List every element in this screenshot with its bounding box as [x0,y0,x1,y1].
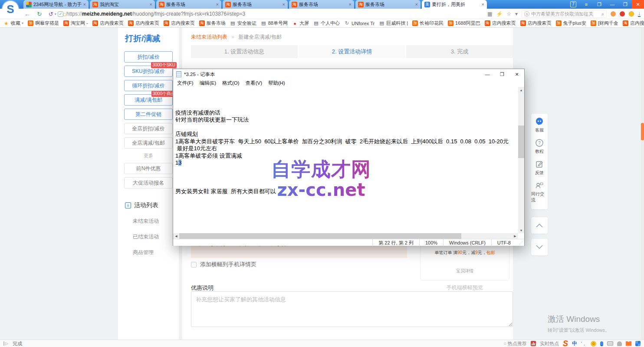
sidebar-button[interactable]: 更多 [124,152,173,159]
tab-close-icon[interactable]: × [83,2,86,7]
notepad-menu-item[interactable]: 文件(F) [174,79,197,87]
notepad-maximize-button[interactable]: ❒ [495,69,509,79]
keyboard-icon[interactable] [607,341,613,346]
notepad-menu-item[interactable]: 帮助(H) [265,79,288,87]
download-icon[interactable]: ↓ [638,11,641,17]
tab-close-icon[interactable]: × [150,2,152,7]
bookmark-item[interactable]: 88单号网 [261,20,288,26]
tutorial-button[interactable]: ? 教程 [531,139,548,155]
panel-icon[interactable]: ❐ [593,0,606,9]
ime-language-toggle[interactable]: 中 [572,340,577,347]
browser-tab[interactable]: 服务市场 × [289,0,354,9]
hot-recommend-link[interactable]: 热点推荐 [503,340,527,347]
sidebar-button[interactable]: 全店折扣/减价 [124,123,173,134]
skin-icon[interactable] [626,341,631,346]
note-textarea[interactable] [191,291,513,327]
bookmark-item[interactable]: 兔子plus安 [556,20,586,26]
bookmark-item[interactable]: 店内搜索页 [128,20,159,26]
sidebar-button[interactable]: 满减/满包邮 3000个商品 [124,94,173,106]
bookmark-item[interactable]: 个人中心 [313,20,340,26]
bookmark-item[interactable]: 服务市场 [199,20,226,26]
scroll-left-arrow-icon[interactable]: ◀ [173,233,179,239]
maximize-button[interactable]: ❒ [619,0,632,9]
feedback-button[interactable]: 反馈 [531,160,548,176]
sogou-ime-icon[interactable]: S [563,339,568,347]
scroll-top-button[interactable] [531,217,548,234]
side-panel-toggle-icon[interactable]: ▷ [3,341,8,346]
peer-chat-button[interactable]: 同行交流 [531,181,548,203]
browser-tab[interactable]: 服务市场 × [355,0,421,9]
notepad-hscrollbar[interactable]: ◀ ▶ [173,233,518,239]
resize-grip-icon[interactable]: ⋰ [516,241,524,245]
browser-tab[interactable]: 我的淘宝 × [90,0,155,9]
page-scrollbar[interactable] [641,28,644,340]
notepad-hscroll-thumb[interactable] [179,233,461,239]
bookmark-item[interactable]: 巨威科技 | [379,20,408,26]
notepad-menu-item[interactable]: 格式(O) [219,79,243,87]
bookmark-item[interactable]: 安全验证 [230,20,256,26]
account-icon[interactable] [611,11,616,17]
scroll-bottom-button[interactable] [531,239,548,255]
sidebar-button[interactable]: 第二件促销 [124,109,173,120]
tab-close-icon[interactable]: × [415,2,418,7]
scroll-down-arrow-icon[interactable]: ▼ [518,227,524,233]
notepad-text-area[interactable]: 疫情没有减缓的话针对当前的现状更新一下玩法店铺规划1高客单大类目破零开车 每天上… [173,87,524,233]
tab-close-icon[interactable]: × [283,2,285,7]
sidebar-list-item[interactable]: 未结束活动 [133,218,179,225]
toolbox-grid-icon[interactable] [635,341,641,346]
notepad-close-button[interactable]: ✕ [509,69,524,79]
notepad-vscroll-thumb[interactable] [518,126,524,158]
flash-icon[interactable]: ⚡ [496,11,503,17]
favorite-star-icon[interactable]: ☆ [506,11,511,17]
notepad-vscrollbar[interactable]: ▲ ▼ [518,87,524,233]
bookmark-item[interactable]: 店内搜索页 [164,20,195,26]
minimize-button[interactable]: — [606,0,619,9]
undo-icon[interactable]: ↺ [49,11,53,17]
emoji-icon[interactable] [629,11,634,17]
page-scrollbar-thumb[interactable] [641,123,644,140]
address-bar[interactable]: ✓ https://meizhe.meideng.net/huodong/fmj… [53,10,478,18]
user-icon[interactable] [617,341,622,346]
tab-close-icon[interactable]: × [482,2,484,7]
sidebar-button[interactable]: 大促活动报名 [124,177,173,188]
apple-icon[interactable] [620,11,625,17]
notepad-minimize-button[interactable]: — [480,69,495,79]
tab-close-icon[interactable]: × [216,2,219,7]
browser-tab[interactable]: 要打折，用美折 × [422,0,487,9]
ime-punctuation-toggle[interactable]: '， [581,340,587,347]
close-button[interactable]: ✕ [632,0,644,9]
bookmark-item[interactable]: 店内搜索页 [92,20,124,26]
scroll-right-arrow-icon[interactable]: ▶ [512,233,518,239]
notepad-menu-item[interactable]: 查看(V) [243,79,265,87]
bookmark-item[interactable]: 1688阿里巴 [448,20,480,26]
sidebar-list-item[interactable]: 商品管理 [133,249,179,256]
bookmark-item[interactable]: 店内搜索页 [485,20,516,26]
checkbox[interactable] [191,262,197,268]
bookmark-item[interactable]: 收藏 ▾ [3,20,23,26]
browser-logo[interactable]: S [2,1,19,17]
sidebar-button[interactable]: 折扣/减价 [124,51,173,63]
hot-chart-icon[interactable] [531,341,536,346]
caret-icon[interactable]: ▾ [22,21,23,25]
browser-tab[interactable]: 服务市场 × [223,0,288,9]
bookmark-item[interactable]: 长袖印花民 [412,20,444,26]
bookmark-item[interactable]: 店内搜索页 [623,20,644,26]
notepad-titlebar[interactable]: *3.25 - 记事本 — ❒ ✕ [173,69,524,79]
realtime-hot-link[interactable]: 实时热点 [540,340,559,347]
scroll-up-arrow-icon[interactable]: ▲ [518,87,524,93]
sidebar-list-item[interactable]: 已结束活动 [133,233,179,241]
customer-service-button[interactable]: 客服 [531,117,548,133]
breadcrumb-link[interactable]: 未结束活动列表 [191,34,227,40]
search-input[interactable]: S 中方希望美方尽快取消加征关 ⌕ [522,10,607,18]
tab-close-icon[interactable]: × [349,2,352,7]
refresh-icon[interactable]: ↻ [37,10,42,17]
notepad-menu-item[interactable]: 编辑(E) [197,79,219,87]
sidebar-button[interactable]: SKU折扣/减价 3000个SKU [124,66,173,77]
bookmark-item[interactable]: 淘宝网 - [63,20,88,26]
sidebar-button[interactable]: 前N件优惠 [124,163,173,174]
back-icon[interactable]: ← [24,10,30,17]
security-shield-icon[interactable]: ✓ [58,11,63,17]
tab-count-badge[interactable]: 7 [570,1,576,7]
bookmark-item[interactable]: 大屏 [292,20,309,26]
sidebar-button[interactable]: 全店满减/包邮 [124,137,173,149]
